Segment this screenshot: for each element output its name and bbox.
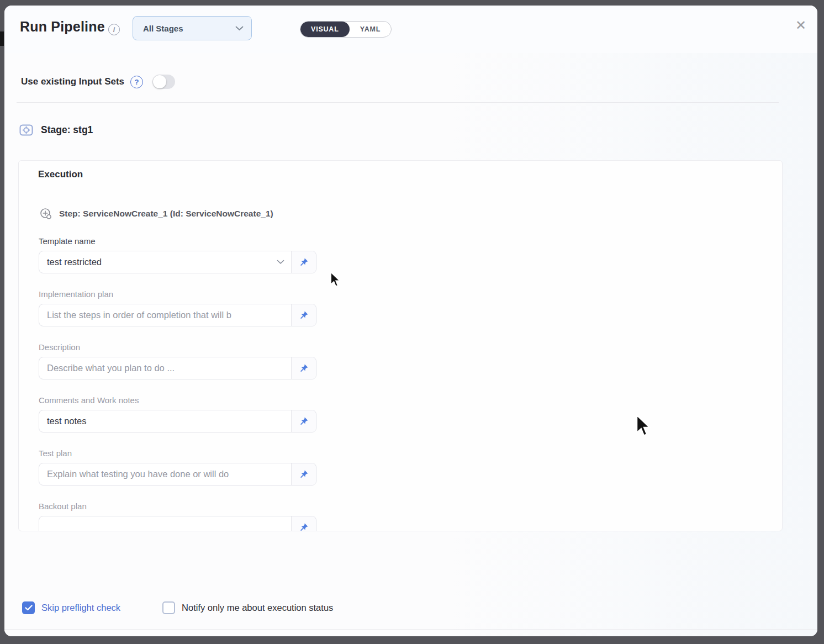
pin-icon[interactable] — [291, 410, 316, 432]
description-placeholder: Describe what you plan to do ... — [39, 363, 291, 373]
comments-work-notes-value: test notes — [39, 416, 291, 426]
pin-icon[interactable] — [291, 463, 316, 485]
view-mode-toggle: VISUAL YAML — [300, 21, 392, 38]
implementation-plan-placeholder: List the steps in order of completion th… — [39, 310, 291, 320]
description-input[interactable]: Describe what you plan to do ... — [39, 357, 316, 379]
tab-visual[interactable]: VISUAL — [300, 22, 350, 37]
chevron-down-icon — [270, 260, 291, 265]
description-label: Description — [39, 342, 316, 352]
comments-work-notes-input[interactable]: test notes — [39, 410, 316, 432]
step-label: Step: ServiceNowCreate_1 (Id: ServiceNow… — [59, 209, 273, 219]
backout-plan-label: Backout plan — [39, 502, 316, 511]
dialog-header: Run Pipeline i All Stages VISUAL YAML ✕ — [4, 6, 817, 54]
pin-icon[interactable] — [291, 357, 316, 379]
implementation-plan-label: Implementation plan — [39, 289, 316, 299]
test-plan-input[interactable]: Explain what testing you have done or wi… — [39, 463, 316, 485]
implementation-plan-input[interactable]: List the steps in order of completion th… — [39, 304, 316, 326]
stage-row: Stage: stg1 — [19, 123, 93, 138]
skip-preflight-label[interactable]: Skip preflight check — [41, 603, 120, 613]
execution-title: Execution — [38, 169, 83, 180]
screen: { "dialog": { "title": "Run Pipeline", "… — [0, 0, 824, 644]
template-name-select[interactable]: test restricted — [39, 251, 316, 273]
fields-container: Template nametest restrictedImplementati… — [39, 236, 316, 531]
run-pipeline-dialog: Run Pipeline i All Stages VISUAL YAML ✕ … — [4, 6, 817, 636]
stage-scope-select[interactable]: All Stages — [133, 16, 252, 40]
background-artifact — [0, 31, 4, 46]
field-backout-plan: Backout plan — [39, 502, 316, 531]
divider — [4, 629, 817, 630]
toggle-knob — [153, 75, 166, 88]
field-description: DescriptionDescribe what you plan to do … — [39, 342, 316, 379]
stage-scope-value: All Stages — [143, 24, 235, 33]
test-plan-label: Test plan — [39, 448, 316, 458]
test-plan-placeholder: Explain what testing you have done or wi… — [39, 469, 291, 479]
field-test-plan: Test planExplain what testing you have d… — [39, 448, 316, 485]
comments-work-notes-label: Comments and Work notes — [39, 395, 316, 405]
step-row: Step: ServiceNowCreate_1 (Id: ServiceNow… — [39, 207, 273, 220]
divider — [17, 102, 779, 103]
backout-plan-input[interactable] — [39, 516, 316, 531]
execution-card: Execution Step: ServiceNowCreate_1 (Id: … — [18, 160, 783, 531]
step-icon — [39, 207, 52, 220]
dialog-title: Run Pipeline — [20, 19, 105, 35]
pin-icon[interactable] — [291, 516, 316, 531]
input-sets-toggle[interactable] — [152, 75, 175, 89]
field-template-name: Template nametest restricted — [39, 236, 316, 273]
pin-icon[interactable] — [291, 304, 316, 326]
use-existing-input-sets-row: Use existing Input Sets ? — [21, 75, 175, 89]
notify-only-me-checkbox[interactable] — [162, 601, 175, 614]
use-existing-input-sets-label: Use existing Input Sets — [21, 76, 124, 87]
skip-preflight-checkbox[interactable] — [22, 601, 35, 614]
close-icon[interactable]: ✕ — [791, 15, 811, 35]
notify-only-me-label[interactable]: Notify only me about execution status — [182, 603, 333, 613]
template-name-value: test restricted — [39, 257, 270, 267]
pin-icon[interactable] — [291, 251, 316, 273]
notify-wrap: Notify only me about execution status — [162, 601, 333, 614]
options-row: Skip preflight check Notify only me abou… — [22, 601, 333, 614]
template-name-label: Template name — [39, 236, 316, 246]
stage-icon — [19, 123, 34, 138]
chevron-down-icon — [235, 26, 244, 31]
field-comments-work-notes: Comments and Work notestest notes — [39, 395, 316, 432]
info-icon[interactable]: i — [108, 24, 120, 35]
field-implementation-plan: Implementation planList the steps in ord… — [39, 289, 316, 326]
stage-label: Stage: stg1 — [41, 124, 93, 136]
help-icon[interactable]: ? — [130, 76, 143, 88]
tab-yaml[interactable]: YAML — [350, 22, 391, 37]
dialog-body: Use existing Input Sets ? Stage: stg1 Ex… — [4, 53, 817, 636]
